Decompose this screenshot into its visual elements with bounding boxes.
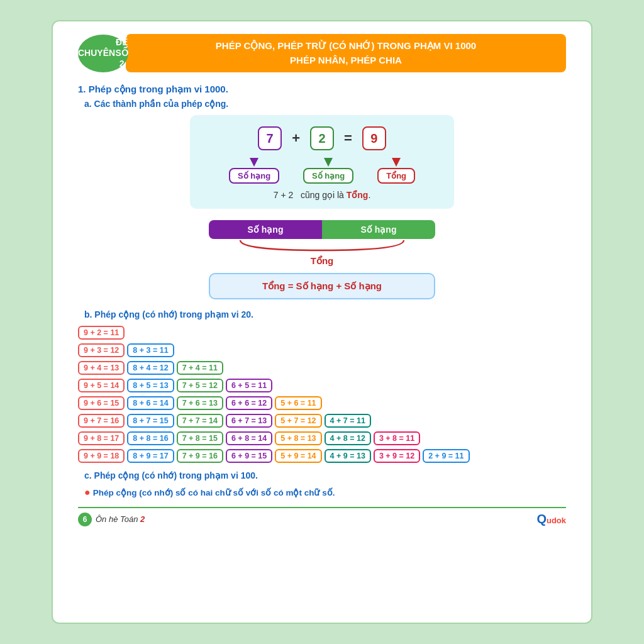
calc-cell: 2 + 9 = 11 <box>423 449 469 463</box>
calc-cell: 5 + 9 = 14 <box>275 449 321 463</box>
calc-cell: 7 + 9 = 16 <box>177 449 223 463</box>
calc-row: 9 + 6 = 158 + 6 = 147 + 6 = 136 + 6 = 12… <box>78 396 566 410</box>
section1-title: 1. Phép cộng trong phạm vi 1000. <box>78 84 566 95</box>
calc-cell: 9 + 7 = 16 <box>78 414 125 428</box>
formula-box: Tổng = Số hạng + Số hạng <box>209 273 435 299</box>
calc-cell: 8 + 4 = 12 <box>127 361 174 375</box>
bullet-text: Phép cộng (có nhớ) số có hai chữ số với … <box>93 487 335 497</box>
num-row: 7 + 2 = 9 <box>203 126 441 150</box>
label-sohang1: Số hạng <box>229 157 279 184</box>
calc-cell: 6 + 6 = 12 <box>226 396 272 410</box>
footer: 6 Ôn hè Toán 2 Qudok <box>78 507 566 526</box>
calc-cell: 6 + 5 = 11 <box>226 379 272 392</box>
calc-cell: 9 + 2 = 11 <box>78 326 125 340</box>
calc-row: 9 + 9 = 188 + 9 = 177 + 9 = 166 + 9 = 15… <box>78 449 566 463</box>
title-line2: PHÉP NHÂN, PHÉP CHIA <box>138 53 553 68</box>
arrow-red <box>392 158 401 167</box>
bullet-icon: ● <box>84 487 91 498</box>
badge-line1: CHUYÊN <box>78 48 115 58</box>
calc-cell: 9 + 5 = 14 <box>78 379 125 392</box>
calc-row: 9 + 4 = 138 + 4 = 127 + 4 = 11 <box>78 361 566 375</box>
badge: CHUYÊN ĐỀ SỐ 2 <box>78 35 128 72</box>
header: CHUYÊN ĐỀ SỐ 2 PHÉP CỘNG, PHÉP TRỪ (CÓ N… <box>78 34 566 72</box>
brace-row: Số hạng Số hạng <box>209 220 435 239</box>
sub-b: b. Phép cộng (có nhớ) trong phạm vi 20. <box>84 309 566 319</box>
calc-cell: 7 + 8 = 15 <box>177 431 223 445</box>
calc-row: 9 + 2 = 11 <box>78 326 566 340</box>
calc-cell: 9 + 6 = 15 <box>78 396 125 410</box>
calc-cell: 7 + 5 = 12 <box>177 379 223 392</box>
calc-cell: 8 + 8 = 16 <box>127 431 174 445</box>
brace-label: Tổng <box>311 255 334 267</box>
diagram-box: 7 + 2 = 9 Số hạng Số hạng Tổng 7 + 2 cũn… <box>190 115 454 209</box>
calc-cell: 8 + 5 = 13 <box>127 379 174 392</box>
label-sohang2-tag: Số hạng <box>303 168 353 184</box>
calc-cell: 5 + 7 = 12 <box>275 414 321 428</box>
calc-row: 9 + 5 = 148 + 5 = 137 + 5 = 126 + 5 = 11 <box>78 379 566 392</box>
label-sohang2: Số hạng <box>303 157 353 184</box>
sub-c: c. Phép cộng (có nhớ) trong phạm vi 100. <box>84 470 566 480</box>
brace-left: Số hạng <box>209 220 322 239</box>
num-2: 2 <box>310 126 334 150</box>
label-sohang1-tag: Số hạng <box>229 168 279 184</box>
calc-cell: 9 + 4 = 13 <box>78 361 125 375</box>
also-text: 7 + 2 cũng gọi là Tổng. <box>203 190 441 200</box>
num-9: 9 <box>362 126 386 150</box>
calc-cell: 8 + 3 = 11 <box>127 343 174 357</box>
calc-cell: 9 + 8 = 17 <box>78 431 125 445</box>
calc-cell: 7 + 4 = 11 <box>177 361 223 375</box>
calc-cell: 4 + 8 = 12 <box>325 431 371 445</box>
label-tong-tag: Tổng <box>377 168 415 184</box>
calc-cell: 3 + 8 = 11 <box>374 431 420 445</box>
logo: Qudok <box>536 512 566 526</box>
calc-cell: 8 + 7 = 15 <box>127 414 174 428</box>
num-7: 7 <box>258 126 282 150</box>
label-tong: Tổng <box>377 157 415 184</box>
calc-cell: 6 + 7 = 13 <box>226 414 272 428</box>
calc-cell: 5 + 8 = 13 <box>275 431 321 445</box>
page-number: 6 <box>78 513 92 526</box>
bullet-line: ● Phép cộng (có nhớ) số có hai chữ số vớ… <box>84 487 566 498</box>
label-row: Số hạng Số hạng Tổng <box>203 157 441 184</box>
calc-cell: 6 + 8 = 14 <box>226 431 272 445</box>
calc-cell: 7 + 6 = 13 <box>177 396 223 410</box>
calc-row: 9 + 7 = 168 + 7 = 157 + 7 = 146 + 7 = 13… <box>78 414 566 428</box>
title-line1: PHÉP CỘNG, PHÉP TRỪ (CÓ NHỚ) TRONG PHẠM … <box>138 39 553 53</box>
header-title: PHÉP CỘNG, PHÉP TRỪ (CÓ NHỚ) TRONG PHẠM … <box>126 34 566 72</box>
arrow-green <box>324 158 333 167</box>
badge-line2: ĐỀ SỐ 2 <box>115 37 128 69</box>
footer-left: 6 Ôn hè Toán 2 <box>78 513 145 526</box>
page: CHUYÊN ĐỀ SỐ 2 PHÉP CỘNG, PHÉP TRỪ (CÓ N… <box>52 20 592 624</box>
footer-text: Ôn hè Toán 2 <box>96 514 145 524</box>
eq-op: = <box>344 130 352 147</box>
calc-cell: 9 + 9 = 18 <box>78 449 125 463</box>
calc-cell: 6 + 9 = 15 <box>226 449 272 463</box>
calc-cell: 4 + 7 = 11 <box>325 414 371 428</box>
brace-right: Số hạng <box>322 220 435 239</box>
sub-a: a. Các thành phần của phép cộng. <box>84 99 566 109</box>
calc-cell: 3 + 9 = 12 <box>374 449 420 463</box>
plus-op: + <box>292 130 300 147</box>
calc-cell: 4 + 9 = 13 <box>325 449 371 463</box>
calc-cell: 8 + 6 = 14 <box>127 396 174 410</box>
brace-section: Số hạng Số hạng Tổng <box>190 220 454 267</box>
calc-cell: 5 + 6 = 11 <box>275 396 321 410</box>
calc-row: 9 + 3 = 128 + 3 = 11 <box>78 343 566 357</box>
calc-grid: 9 + 2 = 119 + 3 = 128 + 3 = 119 + 4 = 13… <box>78 326 566 463</box>
brace-svg <box>234 239 410 253</box>
calc-cell: 8 + 9 = 17 <box>127 449 174 463</box>
calc-row: 9 + 8 = 178 + 8 = 167 + 8 = 156 + 8 = 14… <box>78 431 566 445</box>
calc-cell: 7 + 7 = 14 <box>177 414 223 428</box>
calc-cell: 9 + 3 = 12 <box>78 343 125 357</box>
arrow-purple <box>250 158 258 167</box>
